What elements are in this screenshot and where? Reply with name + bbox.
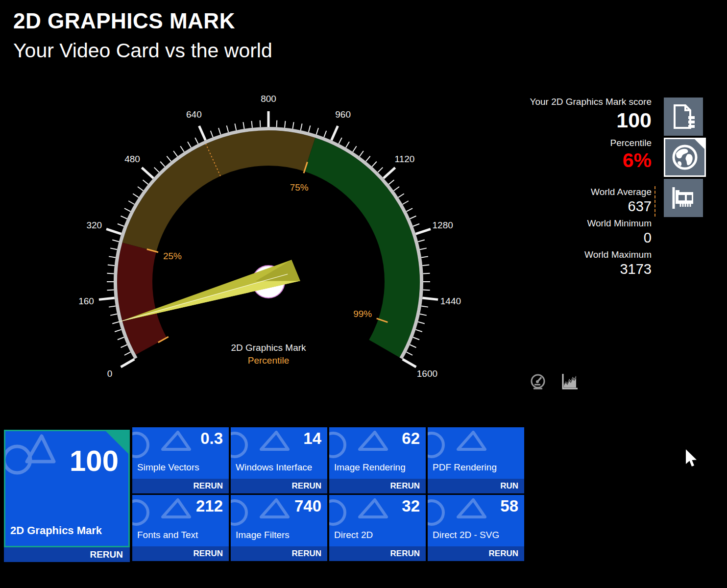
tile-label: Simple Vectors xyxy=(137,462,199,473)
tile-action-button[interactable]: RERUN xyxy=(329,479,426,493)
mouse-cursor xyxy=(684,448,699,470)
tile-action-button[interactable]: RERUN xyxy=(132,479,229,493)
tile-body[interactable]: 14Windows Interface xyxy=(231,427,327,479)
2d-shapes-watermark-icon xyxy=(329,427,393,464)
main-tile-body[interactable]: 1002D Graphics Mark xyxy=(4,430,130,547)
tile-label: PDF Rendering xyxy=(433,462,497,473)
app-window: { "header": { "title": "2D GRAPHICS MARK… xyxy=(0,0,727,588)
2d-shapes-watermark-icon xyxy=(329,495,393,532)
2d-shapes-watermark-icon xyxy=(231,495,294,532)
tile-action-button[interactable]: RERUN xyxy=(329,546,426,561)
tile-action-button[interactable]: RUN xyxy=(428,479,524,493)
tile-body[interactable]: 0.3Simple Vectors xyxy=(132,427,229,479)
main-tile-action-button[interactable]: RERUN xyxy=(4,547,130,562)
tile-body[interactable]: PDF Rendering xyxy=(428,427,524,479)
tile-body[interactable]: 740Image Filters xyxy=(231,495,327,546)
tile-score-value: 32 xyxy=(402,497,420,515)
2d-shapes-watermark-icon xyxy=(132,495,196,532)
tile-label: Image Filters xyxy=(236,530,290,540)
tile-score-value: 740 xyxy=(294,497,321,515)
2d-shapes-watermark-icon xyxy=(132,427,196,464)
tile-label: 2D Graphics Mark xyxy=(10,524,102,537)
2d-shapes-watermark-icon xyxy=(231,427,294,464)
tile-action-button[interactable]: RERUN xyxy=(132,546,229,561)
2d-shapes-watermark-icon xyxy=(428,427,491,464)
2d-shapes-watermark-icon xyxy=(5,431,79,478)
tile-label: Direct 2D - SVG xyxy=(433,530,499,540)
tile-score-value: 58 xyxy=(500,497,518,515)
tile-action-button[interactable]: RERUN xyxy=(231,546,327,561)
tile-label: Image Rendering xyxy=(334,462,406,473)
tile-score-value: 212 xyxy=(196,497,223,515)
tile-label: Windows Interface xyxy=(236,462,312,473)
benchmark-tiles: 1002D Graphics MarkRERUN0.3Simple Vector… xyxy=(0,0,727,588)
tile-score-value: 14 xyxy=(303,429,321,448)
tile-label: Fonts and Text xyxy=(137,530,198,540)
tile-body[interactable]: 32Direct 2D xyxy=(329,495,426,546)
tile-score-value: 100 xyxy=(70,444,119,478)
tile-body[interactable]: 62Image Rendering xyxy=(329,427,426,479)
tile-label: Direct 2D xyxy=(334,530,373,540)
tile-score-value: 62 xyxy=(402,429,420,448)
tile-body[interactable]: 212Fonts and Text xyxy=(132,495,229,546)
tile-action-button[interactable]: RERUN xyxy=(428,546,524,561)
2d-shapes-watermark-icon xyxy=(428,495,491,532)
tile-body[interactable]: 58Direct 2D - SVG xyxy=(428,495,524,546)
tile-action-button[interactable]: RERUN xyxy=(231,479,327,493)
tile-score-value: 0.3 xyxy=(200,429,223,448)
